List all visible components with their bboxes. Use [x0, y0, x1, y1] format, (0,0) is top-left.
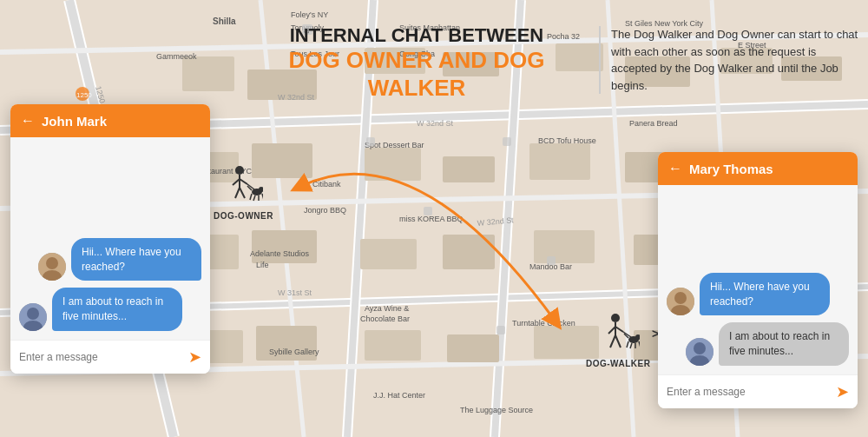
chat-header-left: ← John Mark [10, 104, 210, 137]
chat-window-left: ← John Mark Hii... Where have you reache… [10, 104, 210, 374]
chat-bubble-1: Hii... Where have you reached? [71, 238, 201, 281]
avatar-1 [38, 253, 66, 281]
svg-rect-27 [365, 148, 421, 181]
svg-text:The Luggage Source: The Luggage Source [460, 406, 533, 414]
chat-header-right: ← Mary Thomas [658, 152, 858, 185]
chat-bubble-2: I am about to reach in five minutes... [52, 288, 182, 331]
title-line3: WALKER [269, 75, 564, 102]
svg-line-112 [627, 341, 628, 348]
chat-body-right: Hii... Where have you reached? I am abou… [658, 185, 858, 374]
svg-rect-84 [547, 256, 556, 265]
svg-text:Turntable Chicken: Turntable Chicken [512, 319, 575, 328]
svg-text:Adelante Studios: Adelante Studios [250, 249, 310, 258]
svg-rect-86 [424, 207, 432, 215]
avatar-4 [686, 338, 713, 366]
dog-owner-text: DOG-OWNER [214, 211, 273, 221]
svg-rect-40 [365, 330, 421, 361]
svg-text:Gammeeok: Gammeeok [156, 52, 197, 61]
chat-input-row-right: ➤ [658, 374, 858, 408]
svg-line-106 [615, 327, 623, 332]
dog-walker-label: DOG-WALKER >> [586, 311, 650, 368]
svg-line-108 [615, 335, 621, 348]
chat-msg-row-3: Hii... Where have you reached? [667, 273, 849, 316]
svg-rect-29 [529, 143, 590, 180]
chat-body-left: Hii... Where have you reached? I am abou… [10, 137, 210, 340]
svg-rect-32 [252, 230, 317, 263]
svg-point-124 [674, 292, 687, 304]
description-panel: The Dog Walker and Dog Owner can start t… [599, 26, 859, 94]
title-line1: INTERNAL CHAT BETWEEN [269, 24, 564, 47]
svg-line-113 [630, 343, 632, 348]
svg-point-118 [46, 257, 58, 269]
svg-line-93 [235, 188, 240, 198]
svg-rect-17 [182, 56, 234, 91]
svg-line-107 [610, 335, 615, 348]
svg-text:Sybille Gallery: Sybille Gallery [269, 348, 319, 356]
dog-walker-text: DOG-WALKER [586, 359, 650, 368]
chat-input-right[interactable] [667, 386, 836, 398]
svg-text:miss KOREA BBQ: miss KOREA BBQ [399, 215, 464, 223]
svg-rect-83 [503, 137, 511, 146]
svg-rect-35 [534, 230, 595, 263]
chat-msg-row-4: I am about to reach in five minutes... [667, 322, 849, 366]
svg-rect-34 [443, 235, 495, 269]
center-panel: INTERNAL CHAT BETWEEN DOG OWNER AND DOG … [269, 24, 564, 102]
svg-line-105 [608, 327, 615, 334]
svg-text:Life: Life [256, 261, 269, 269]
svg-point-103 [611, 314, 620, 322]
send-icon-left[interactable]: ➤ [188, 348, 201, 367]
svg-line-101 [262, 194, 263, 200]
chat-input-left[interactable] [19, 351, 188, 363]
description-text: The Dog Walker and Dog Owner can start t… [611, 28, 858, 92]
avatar-2 [19, 303, 47, 331]
svg-line-115 [639, 341, 640, 348]
svg-text:Foley's NY: Foley's NY [291, 10, 328, 19]
svg-text:J.J. Hat Center: J.J. Hat Center [373, 391, 425, 400]
svg-text:Jongro BBQ: Jongro BBQ [304, 206, 346, 215]
svg-line-94 [240, 188, 245, 198]
svg-line-99 [253, 195, 255, 201]
svg-line-92 [240, 179, 247, 184]
chat-bubble-3: Hii... Where have you reached? [700, 273, 830, 316]
svg-line-91 [233, 179, 240, 185]
svg-rect-41 [447, 334, 499, 362]
svg-point-121 [27, 308, 39, 320]
svg-rect-82 [366, 137, 375, 146]
chat-name-right: Mary Thomas [689, 162, 773, 176]
svg-text:W 32nd St: W 32nd St [417, 119, 454, 128]
svg-text:W 31st St: W 31st St [278, 288, 312, 297]
dog-owner-label: DOG-OWNER [214, 163, 273, 221]
svg-text:Chocolate Bar: Chocolate Bar [360, 315, 410, 323]
svg-text:Citibank: Citibank [312, 180, 341, 189]
svg-text:Shilla: Shilla [213, 17, 236, 26]
chat-msg-row-2: I am about to reach in five minutes... [19, 288, 201, 331]
back-arrow-left[interactable]: ← [21, 113, 35, 129]
svg-text:Ayza Wine &: Ayza Wine & [365, 304, 409, 313]
svg-text:Panera Bread: Panera Bread [629, 119, 678, 128]
svg-line-98 [250, 194, 252, 200]
svg-point-89 [235, 166, 244, 175]
svg-rect-33 [360, 239, 417, 269]
svg-point-127 [694, 342, 706, 354]
chat-input-row-left: ➤ [10, 340, 210, 374]
chat-bubble-4: I am about to reach in five minutes... [719, 322, 849, 366]
chat-name-left: John Mark [42, 114, 107, 129]
svg-rect-28 [443, 156, 495, 182]
svg-text:1250: 1250 [76, 91, 92, 99]
back-arrow-right[interactable]: ← [668, 161, 682, 176]
chat-window-right: ← Mary Thomas Hii... Where have you reac… [658, 152, 858, 408]
avatar-3 [667, 288, 694, 315]
svg-rect-85 [496, 326, 505, 334]
title-line2: DOG OWNER AND DOG [269, 47, 564, 74]
svg-text:BCD Tofu House: BCD Tofu House [538, 136, 596, 145]
chat-msg-row-1: Hii... Where have you reached? [19, 238, 201, 281]
send-icon-right[interactable]: ➤ [836, 382, 849, 401]
